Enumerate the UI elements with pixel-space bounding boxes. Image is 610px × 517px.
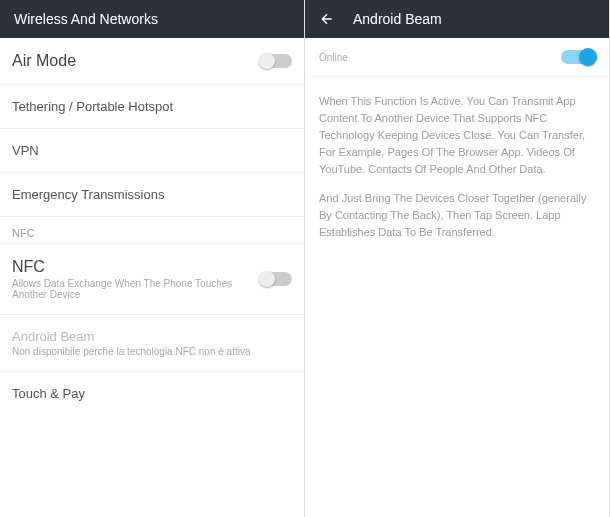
vpn-label: VPN (12, 143, 39, 158)
back-button[interactable] (319, 11, 335, 27)
wireless-networks-pane: Wireless And Networks Air Mode Tethering… (0, 0, 305, 517)
beam-toggle[interactable] (561, 50, 595, 64)
touch-pay-label: Touch & Pay (12, 386, 85, 401)
air-mode-row[interactable]: Air Mode (0, 38, 304, 85)
android-beam-sub: Non disponibile perché la tecnologia NFC… (12, 346, 284, 357)
page-title-right: Android Beam (353, 11, 442, 27)
air-mode-toggle[interactable] (260, 54, 292, 68)
nfc-sub: Allows Data Exchange When The Phone Touc… (12, 278, 252, 300)
android-beam-text: Android Beam Non disponibile perché la t… (12, 329, 292, 357)
beam-content: Online When This Function Is Active. You… (305, 38, 609, 517)
android-beam-label: Android Beam (12, 329, 284, 344)
nfc-toggle[interactable] (260, 272, 292, 286)
touch-pay-row[interactable]: Touch & Pay (0, 372, 304, 415)
settings-list: Air Mode Tethering / Portable Hotspot VP… (0, 38, 304, 517)
beam-description: When This Function Is Active. You Can Tr… (305, 77, 609, 269)
android-beam-pane: Android Beam Online When This Function I… (305, 0, 610, 517)
tethering-label: Tethering / Portable Hotspot (12, 99, 173, 114)
nfc-label: NFC (12, 258, 252, 276)
beam-toggle-row[interactable]: Online (305, 38, 609, 77)
nfc-row[interactable]: NFC Allows Data Exchange When The Phone … (0, 244, 304, 315)
tethering-row[interactable]: Tethering / Portable Hotspot (0, 85, 304, 129)
emergency-label: Emergency Transmissions (12, 187, 164, 202)
beam-para-1: When This Function Is Active. You Can Tr… (319, 93, 595, 178)
android-beam-row[interactable]: Android Beam Non disponibile perché la t… (0, 315, 304, 372)
beam-para-2: And Just Bring The Devices Closer Togeth… (319, 190, 595, 241)
arrow-left-icon (319, 11, 335, 27)
nfc-section-header: NFC (0, 217, 304, 244)
emergency-row[interactable]: Emergency Transmissions (0, 173, 304, 217)
topbar-right: Android Beam (305, 0, 609, 38)
topbar-left: Wireless And Networks (0, 0, 304, 38)
air-mode-label: Air Mode (12, 52, 76, 70)
nfc-text: NFC Allows Data Exchange When The Phone … (12, 258, 260, 300)
page-title: Wireless And Networks (14, 11, 158, 27)
beam-toggle-label: Online (319, 52, 348, 63)
vpn-row[interactable]: VPN (0, 129, 304, 173)
